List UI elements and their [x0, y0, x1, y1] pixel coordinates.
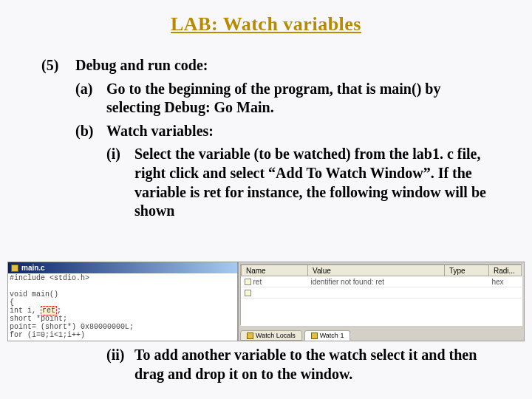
list-text-5a: Go to the beginning of the program, that… [106, 80, 491, 117]
tab-icon [247, 332, 253, 339]
cell-radix: hex [489, 276, 522, 287]
row-icon [245, 290, 251, 296]
list-text-5b-i: Select the variable (to be watched) from… [134, 145, 491, 220]
source-title-text: main.c [21, 264, 45, 272]
list-item-5b-ii-wrap: (ii) To add another variable to the watc… [41, 346, 491, 388]
watch-grid: Name Value Type Radi... retidentifier no… [240, 264, 522, 326]
cell-type [445, 287, 489, 299]
debugger-screenshot: main.c #include <stdio.h> void main(){ i… [7, 262, 525, 341]
cell-name [242, 287, 308, 299]
cell-radix [489, 287, 522, 299]
source-titlebar: main.c [8, 262, 237, 273]
cell-type [445, 276, 489, 287]
source-line: void main() [10, 290, 236, 299]
list-marker-5b-ii: (ii) [106, 346, 134, 383]
tab-label: Watch Locals [256, 332, 296, 339]
source-code-body: #include <stdio.h> void main(){ int i, r… [8, 273, 237, 340]
source-line: int i, ret; [10, 307, 236, 315]
list-marker-5b: (b) [75, 122, 106, 141]
list-marker-5b-i: (i) [106, 145, 134, 220]
file-icon [11, 265, 18, 272]
list-item-5: (5) Debug and run code: [41, 56, 491, 75]
source-line: #include <stdio.h> [10, 274, 236, 282]
tab-icon [311, 332, 318, 339]
row-icon [245, 279, 251, 285]
cell-value [308, 287, 445, 299]
list-text-5b-ii: To add another variable to the watch sel… [134, 346, 491, 383]
source-line: point= (short*) 0x80000000L; [10, 323, 236, 331]
col-value[interactable]: Value [308, 265, 445, 276]
table-row[interactable]: retidentifier not found: rethex [242, 276, 522, 287]
col-type[interactable]: Type [445, 265, 489, 276]
list-item-5b-i: (i) Select the variable (to be watched) … [106, 145, 491, 220]
cell-value: identifier not found: ret [308, 276, 445, 287]
list-item-5a: (a) Go to the beginning of the program, … [75, 80, 491, 117]
watch-table: Name Value Type Radi... retidentifier no… [241, 265, 522, 299]
watch-tabs: Watch Locals Watch 1 [239, 327, 524, 341]
list-text-5: Debug and run code: [75, 56, 491, 75]
list-item-5b: (b) Watch variables: [75, 122, 491, 141]
col-radix[interactable]: Radi... [489, 265, 522, 276]
table-row[interactable] [242, 287, 522, 299]
source-editor-pane: main.c #include <stdio.h> void main(){ i… [7, 262, 238, 341]
source-line: short *point; [10, 315, 236, 323]
list-item-5b-ii: (ii) To add another variable to the watc… [106, 346, 491, 383]
col-name[interactable]: Name [242, 265, 308, 276]
slide-body: (5) Debug and run code: (a) Go to the be… [41, 56, 491, 221]
list-text-5b: Watch variables: [106, 122, 491, 141]
watch-pane: Name Value Type Radi... retidentifier no… [238, 262, 525, 341]
source-line [10, 282, 236, 290]
list-marker-5a: (a) [75, 80, 106, 117]
tab-label: Watch 1 [320, 332, 344, 339]
cell-name: ret [242, 276, 308, 287]
source-line: for (i=0;i<1;i++) [10, 331, 236, 339]
tab-watch-1[interactable]: Watch 1 [304, 330, 351, 341]
slide-title: LAB: Watch variables [0, 13, 532, 35]
list-marker-5: (5) [41, 56, 75, 75]
tab-watch-locals[interactable]: Watch Locals [240, 330, 302, 341]
